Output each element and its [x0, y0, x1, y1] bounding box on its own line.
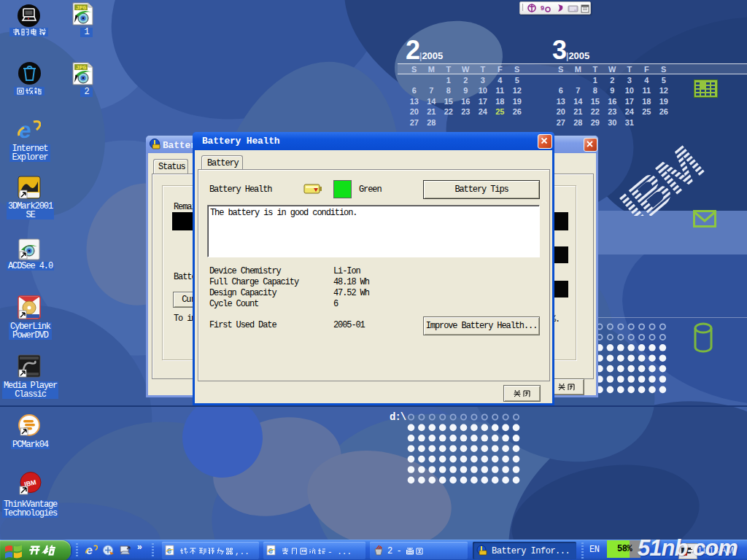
svg-text:9: 9 — [541, 4, 544, 12]
svg-text:JPG: JPG — [76, 64, 87, 71]
svg-text:- ...: - ... — [328, 548, 352, 556]
svg-text:,...: ,... — [235, 548, 251, 556]
svg-text:JPG: JPG — [76, 4, 87, 11]
svg-text:IBM: IBM — [613, 140, 713, 216]
